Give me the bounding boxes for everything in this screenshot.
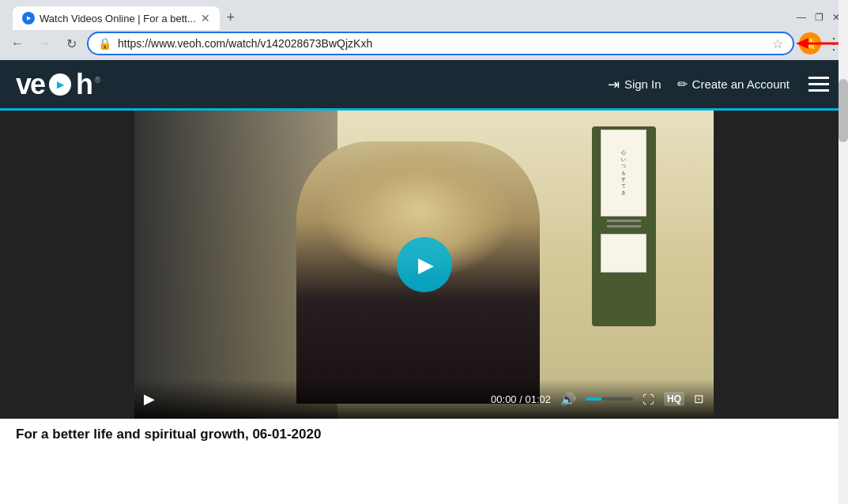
- minimize-button[interactable]: —: [796, 12, 807, 23]
- video-main-area: 心いつもすてき ▶ 00:00 / 01:02 �: [134, 111, 714, 419]
- scrollbar-thumb[interactable]: [839, 79, 848, 142]
- video-title: For a better life and spiritual growth, …: [0, 419, 848, 450]
- hamburger-line-1: [808, 77, 829, 79]
- tab-close-button[interactable]: ✕: [201, 12, 210, 24]
- logo-registered: ®: [95, 76, 100, 85]
- site-content: ve h ® ⇥ Sign In ✏ Create an Account: [0, 60, 848, 450]
- forward-button[interactable]: →: [33, 32, 55, 55]
- sign-in-button[interactable]: ⇥ Sign In: [608, 76, 661, 93]
- hamburger-menu-button[interactable]: [805, 73, 832, 95]
- sign-in-label: Sign In: [624, 77, 661, 91]
- bookmark-icon[interactable]: ☆: [772, 36, 783, 51]
- video-time: 00:00 / 01:02: [491, 393, 551, 405]
- sign-in-icon: ⇥: [608, 76, 620, 93]
- logo-ve: ve: [16, 68, 44, 101]
- video-player[interactable]: 心いつもすてき ▶ 00:00 / 01:02 �: [0, 111, 848, 419]
- logo-icon: [49, 73, 71, 96]
- site-header: ve h ® ⇥ Sign In ✏ Create an Account: [0, 60, 848, 111]
- pip-button[interactable]: ⊡: [694, 392, 704, 406]
- hamburger-line-3: [808, 89, 829, 92]
- header-right: ⇥ Sign In ✏ Create an Account: [608, 73, 832, 95]
- reload-button[interactable]: ↻: [60, 32, 82, 55]
- play-pause-button[interactable]: ▶: [144, 390, 155, 408]
- play-button[interactable]: [397, 237, 452, 292]
- veoh-logo: ve h ®: [16, 68, 100, 101]
- quality-button[interactable]: HQ: [664, 392, 684, 406]
- browser-tab[interactable]: Watch Videos Online | For a bett... ✕: [13, 6, 220, 30]
- svg-marker-1: [796, 38, 808, 49]
- tab-title: Watch Videos Online | For a bett...: [40, 13, 196, 24]
- hamburger-line-2: [808, 83, 829, 85]
- back-button[interactable]: ←: [6, 32, 28, 55]
- address-bar-row: ← → ↻ 🔒 https://www.veoh.com/watch/v1420…: [0, 28, 848, 60]
- volume-button[interactable]: 🔊: [560, 392, 576, 407]
- tab-favicon: [22, 12, 35, 24]
- scrollbar[interactable]: [839, 0, 848, 504]
- video-right-letterbox: [714, 111, 848, 419]
- create-account-icon: ✏: [677, 77, 688, 92]
- url-display: https://www.veoh.com/watch/v142028673BwQ…: [118, 37, 766, 50]
- browser-chrome: Watch Videos Online | For a bett... ✕ + …: [0, 0, 848, 60]
- create-account-label: Create an Account: [692, 77, 790, 91]
- address-bar[interactable]: 🔒 https://www.veoh.com/watch/v142028673B…: [87, 32, 794, 55]
- volume-slider[interactable]: [586, 397, 633, 401]
- volume-fill: [586, 397, 601, 401]
- maximize-button[interactable]: ❐: [813, 12, 824, 23]
- video-controls-bar: ▶ 00:00 / 01:02 🔊 ⛶ HQ ⊡: [134, 379, 714, 419]
- create-account-button[interactable]: ✏ Create an Account: [677, 77, 790, 92]
- fullscreen-button[interactable]: ⛶: [643, 393, 654, 406]
- video-background: 心いつもすてき ▶ 00:00 / 01:02 �: [0, 111, 848, 419]
- new-tab-button[interactable]: +: [220, 6, 242, 28]
- wall-decoration: 心いつもすてき: [592, 126, 656, 327]
- logo-h: h: [76, 68, 92, 101]
- video-left-letterbox: [0, 111, 134, 419]
